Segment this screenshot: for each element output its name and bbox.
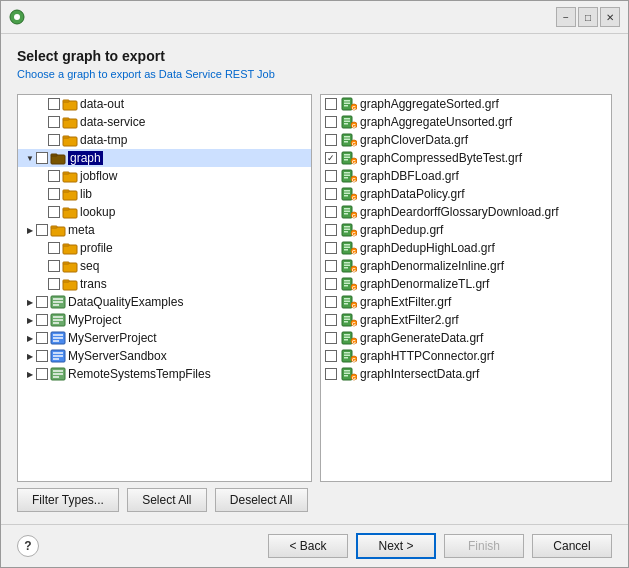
tree-checkbox[interactable] xyxy=(48,242,60,254)
list-checkbox[interactable] xyxy=(325,368,337,380)
list-checkbox[interactable] xyxy=(325,260,337,272)
tree-checkbox[interactable] xyxy=(48,116,60,128)
list-checkbox[interactable] xyxy=(325,278,337,290)
next-button[interactable]: Next > xyxy=(356,533,436,559)
list-checkbox[interactable] xyxy=(325,188,337,200)
list-item[interactable]: G graphAggregateUnsorted.grf xyxy=(321,113,611,131)
tree-item[interactable]: ▶ DataQualityExamples xyxy=(18,293,311,311)
tree-item[interactable]: data-out xyxy=(18,95,311,113)
file-tree-panel[interactable]: data-out data-service xyxy=(17,94,312,482)
list-item[interactable]: G graphExtFilter2.grf xyxy=(321,311,611,329)
deselect-all-button[interactable]: Deselect All xyxy=(215,488,308,512)
list-item[interactable]: G graphHTTPConnector.grf xyxy=(321,347,611,365)
list-item[interactable]: G graphAggregateSorted.grf xyxy=(321,95,611,113)
list-label: graphDBFLoad.grf xyxy=(360,169,459,183)
list-checkbox[interactable] xyxy=(325,206,337,218)
minimize-button[interactable]: − xyxy=(556,7,576,27)
list-item[interactable]: G graphGenerateData.grf xyxy=(321,329,611,347)
list-checkbox[interactable] xyxy=(325,242,337,254)
finish-button[interactable]: Finish xyxy=(444,534,524,558)
filter-types-button[interactable]: Filter Types... xyxy=(17,488,119,512)
svg-text:G: G xyxy=(352,213,356,219)
list-item[interactable]: G graphDBFLoad.grf xyxy=(321,167,611,185)
list-item[interactable]: G graphDedup.grf xyxy=(321,221,611,239)
list-item[interactable]: G graphDenormalizeTL.grf xyxy=(321,275,611,293)
tree-checkbox[interactable] xyxy=(48,134,60,146)
tree-checkbox[interactable] xyxy=(48,188,60,200)
list-checkbox[interactable] xyxy=(325,350,337,362)
tree-item[interactable]: jobflow xyxy=(18,167,311,185)
list-item[interactable]: G graphDataPolicy.grf xyxy=(321,185,611,203)
tree-checkbox[interactable] xyxy=(48,170,60,182)
list-item[interactable]: G graphDeardorffGlossaryDownload.grf xyxy=(321,203,611,221)
folder-icon xyxy=(62,133,78,147)
folder-icon xyxy=(62,187,78,201)
svg-rect-82 xyxy=(344,211,350,213)
tree-label: RemoteSystemsTempFiles xyxy=(68,367,211,381)
list-item[interactable]: G graphExtFilter.grf xyxy=(321,293,611,311)
list-checkbox[interactable] xyxy=(325,134,337,146)
toggle-icon xyxy=(36,260,48,272)
tree-checkbox[interactable] xyxy=(36,296,48,308)
dialog-body: data-out data-service xyxy=(1,86,628,524)
cancel-button[interactable]: Cancel xyxy=(532,534,612,558)
list-checkbox[interactable] xyxy=(325,170,337,182)
svg-rect-7 xyxy=(63,136,69,138)
tree-checkbox[interactable] xyxy=(36,152,48,164)
list-checkbox[interactable] xyxy=(325,296,337,308)
list-checkbox[interactable] xyxy=(325,116,337,128)
tree-checkbox[interactable] xyxy=(36,350,48,362)
list-checkbox[interactable] xyxy=(325,332,337,344)
tree-label: lookup xyxy=(80,205,115,219)
svg-rect-111 xyxy=(344,298,350,300)
tree-item[interactable]: lookup xyxy=(18,203,311,221)
tree-item[interactable]: seq xyxy=(18,257,311,275)
tree-item[interactable]: ▶ RemoteSystemsTempFiles xyxy=(18,365,311,383)
help-button[interactable]: ? xyxy=(17,535,39,557)
folder-icon xyxy=(62,241,78,255)
list-item[interactable]: G graphCloverData.grf xyxy=(321,131,611,149)
tree-checkbox[interactable] xyxy=(36,314,48,326)
svg-rect-39 xyxy=(53,358,59,360)
list-checkbox[interactable] xyxy=(325,224,337,236)
maximize-button[interactable]: □ xyxy=(578,7,598,27)
list-checkbox[interactable] xyxy=(325,98,337,110)
tree-item[interactable]: data-tmp xyxy=(18,131,311,149)
svg-rect-117 xyxy=(344,316,350,318)
svg-rect-101 xyxy=(344,267,348,269)
tree-checkbox[interactable] xyxy=(36,224,48,236)
tree-item[interactable]: ▶ meta xyxy=(18,221,311,239)
tree-item[interactable]: ▶ MyServerSandbox xyxy=(18,347,311,365)
tree-checkbox[interactable] xyxy=(36,368,48,380)
close-button[interactable]: ✕ xyxy=(600,7,620,27)
tree-checkbox[interactable] xyxy=(48,278,60,290)
tree-checkbox[interactable] xyxy=(48,206,60,218)
back-button[interactable]: < Back xyxy=(268,534,348,558)
svg-rect-43 xyxy=(53,376,59,378)
tree-checkbox[interactable] xyxy=(48,98,60,110)
svg-rect-87 xyxy=(344,226,350,228)
dialog-footer: ? < Back Next > Finish Cancel xyxy=(1,524,628,567)
svg-rect-137 xyxy=(344,375,348,377)
select-all-button[interactable]: Select All xyxy=(127,488,207,512)
list-item[interactable]: ✓ G graphCompressedByteTest.grf xyxy=(321,149,611,167)
tree-item-graph[interactable]: ▼ graph xyxy=(18,149,311,167)
tree-item[interactable]: lib xyxy=(18,185,311,203)
list-checkbox[interactable]: ✓ xyxy=(325,152,337,164)
toggle-icon xyxy=(36,98,48,110)
tree-label: meta xyxy=(68,223,95,237)
tree-item[interactable]: trans xyxy=(18,275,311,293)
tree-checkbox[interactable] xyxy=(48,260,60,272)
list-checkbox[interactable] xyxy=(325,314,337,326)
folder-icon xyxy=(62,259,78,273)
tree-item[interactable]: ▶ MyProject xyxy=(18,311,311,329)
tree-checkbox[interactable] xyxy=(36,332,48,344)
tree-item[interactable]: profile xyxy=(18,239,311,257)
list-item[interactable]: G graphDedupHighLoad.grf xyxy=(321,239,611,257)
graph-files-panel[interactable]: G graphAggregateSorted.grf G graphAggreg… xyxy=(320,94,612,482)
list-item[interactable]: G graphDenormalizeInline.grf xyxy=(321,257,611,275)
tree-item[interactable]: data-service xyxy=(18,113,311,131)
grf-icon: G xyxy=(341,97,357,111)
list-item[interactable]: G graphIntersectData.grf xyxy=(321,365,611,383)
tree-item[interactable]: ▶ MyServerProject xyxy=(18,329,311,347)
